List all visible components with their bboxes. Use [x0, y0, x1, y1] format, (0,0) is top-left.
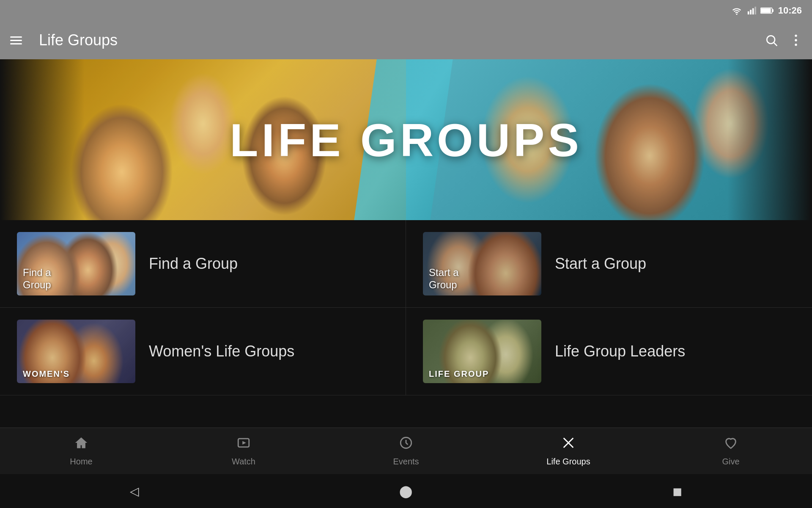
nav-item-home[interactable]: Home [0, 436, 162, 467]
svg-rect-2 [750, 10, 752, 14]
start-thumb-bg: Start aGroup [423, 232, 541, 295]
find-a-group-cell[interactable]: Find aGroup Find a Group [0, 220, 406, 308]
menu-button[interactable] [10, 36, 22, 44]
womens-life-groups-cell[interactable]: WOMEN'S Women's Life Groups [0, 308, 406, 395]
events-icon [399, 436, 413, 453]
start-a-group-thumbnail: Start aGroup [423, 232, 541, 295]
find-thumb-text: Find aGroup [23, 267, 51, 291]
find-thumb-bg: Find aGroup [17, 232, 135, 295]
home-icon [74, 436, 88, 453]
nav-events-label: Events [393, 457, 419, 467]
svg-point-10 [795, 35, 797, 37]
more-options-button[interactable] [790, 33, 802, 47]
nav-home-label: Home [70, 457, 92, 467]
svg-point-12 [795, 44, 797, 46]
grid-section: Find aGroup Find a Group Start aGroup St… [0, 220, 812, 395]
watch-icon [236, 436, 251, 453]
svg-point-8 [767, 36, 775, 44]
svg-point-11 [795, 39, 797, 41]
hero-banner: LIFE GROUPS [0, 59, 812, 220]
leaders-thumb-label: LIFE GROUP [429, 369, 489, 379]
bottom-nav: Home Watch Events Life Groups [0, 428, 812, 474]
hero-fade-left [0, 59, 85, 220]
status-time: 10:26 [778, 5, 802, 16]
womens-thumb-label: WOMEN'S [23, 369, 70, 379]
start-a-group-label: Start a Group [555, 255, 646, 273]
nav-give-label: Give [722, 457, 739, 467]
app-bar: Life Groups [0, 21, 812, 59]
womens-thumb-bg: WOMEN'S [17, 320, 135, 383]
hero-fade-right [727, 59, 812, 220]
life-group-leaders-cell[interactable]: LIFE GROUP Life Group Leaders [406, 308, 812, 395]
svg-line-9 [774, 43, 777, 46]
battery-icon [760, 7, 774, 14]
leaders-thumb-bg: LIFE GROUP [423, 320, 541, 383]
hero-title: LIFE GROUPS [230, 113, 582, 167]
nav-item-events[interactable]: Events [325, 436, 487, 467]
find-a-group-thumbnail: Find aGroup [17, 232, 135, 295]
main-content: LIFE GROUPS Find aGroup Find a Group Sta… [0, 59, 812, 461]
status-icons: 10:26 [731, 5, 802, 16]
recent-button[interactable]: ◼ [672, 484, 682, 498]
status-bar: 10:26 [0, 0, 812, 21]
start-thumb-text: Start aGroup [429, 267, 459, 291]
home-button[interactable]: ⬤ [399, 484, 412, 498]
signal-icon [747, 6, 756, 15]
start-a-group-cell[interactable]: Start aGroup Start a Group [406, 220, 812, 308]
womens-thumbnail: WOMEN'S [17, 320, 135, 383]
back-button[interactable]: ◁ [130, 484, 139, 498]
life-group-leaders-label: Life Group Leaders [555, 342, 685, 360]
svg-rect-6 [761, 8, 771, 13]
nav-item-watch[interactable]: Watch [162, 436, 325, 467]
give-icon [724, 436, 738, 453]
life-groups-icon [561, 436, 576, 453]
leaders-thumbnail: LIFE GROUP [423, 320, 541, 383]
nav-item-life-groups[interactable]: Life Groups [487, 436, 650, 467]
search-button[interactable] [765, 33, 778, 47]
svg-rect-3 [752, 8, 754, 15]
svg-rect-7 [772, 9, 773, 12]
svg-marker-14 [242, 441, 246, 445]
system-nav: ◁ ⬤ ◼ [0, 474, 812, 508]
find-a-group-label: Find a Group [149, 255, 238, 273]
nav-life-groups-label: Life Groups [546, 457, 590, 467]
womens-life-groups-label: Women's Life Groups [149, 342, 294, 360]
svg-rect-4 [754, 7, 756, 14]
nav-watch-label: Watch [232, 457, 255, 467]
app-bar-actions [765, 33, 802, 47]
wifi-icon [731, 6, 743, 15]
nav-item-give[interactable]: Give [650, 436, 812, 467]
svg-point-0 [736, 14, 737, 15]
svg-rect-1 [748, 11, 749, 14]
page-title: Life Groups [39, 31, 754, 49]
